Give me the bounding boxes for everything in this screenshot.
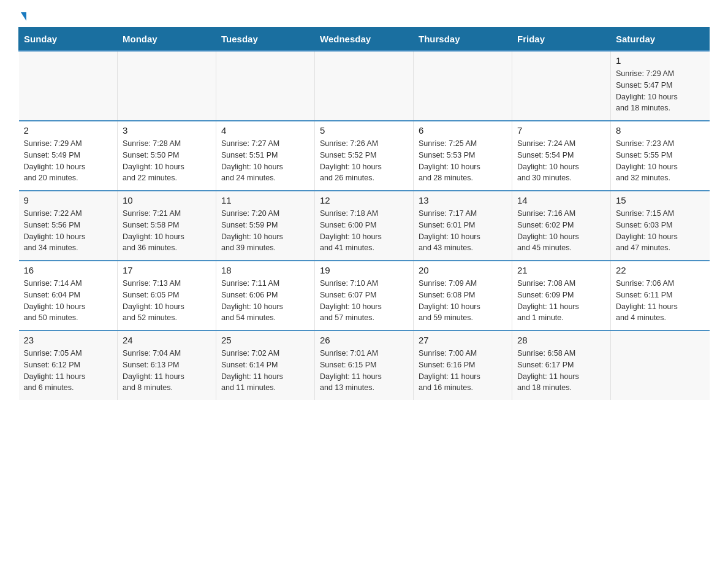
day-number: 20: [419, 265, 507, 275]
page-header: [18, 12, 710, 21]
calendar-cell: [611, 331, 710, 400]
day-info: Sunrise: 7:29 AMSunset: 5:49 PMDaylight:…: [24, 138, 113, 184]
day-info: Sunrise: 7:17 AMSunset: 6:01 PMDaylight:…: [419, 208, 507, 254]
day-number: 12: [320, 195, 408, 205]
week-row-4: 16Sunrise: 7:14 AMSunset: 6:04 PMDayligh…: [19, 261, 710, 331]
day-info: Sunrise: 7:01 AMSunset: 6:15 PMDaylight:…: [320, 348, 408, 394]
day-number: 13: [419, 195, 507, 205]
col-header-wednesday: Wednesday: [315, 28, 414, 52]
day-info: Sunrise: 7:28 AMSunset: 5:50 PMDaylight:…: [123, 138, 211, 184]
day-number: 28: [517, 335, 605, 345]
day-number: 10: [123, 195, 211, 205]
calendar-cell: 6Sunrise: 7:25 AMSunset: 5:53 PMDaylight…: [414, 121, 512, 191]
day-info: Sunrise: 7:26 AMSunset: 5:52 PMDaylight:…: [320, 138, 408, 184]
calendar-cell: 14Sunrise: 7:16 AMSunset: 6:02 PMDayligh…: [512, 191, 611, 261]
col-header-friday: Friday: [512, 28, 611, 52]
calendar-cell: 9Sunrise: 7:22 AMSunset: 5:56 PMDaylight…: [19, 191, 118, 261]
day-info: Sunrise: 7:23 AMSunset: 5:55 PMDaylight:…: [616, 138, 705, 184]
calendar-cell: 18Sunrise: 7:11 AMSunset: 6:06 PMDayligh…: [216, 261, 315, 331]
day-number: 24: [123, 335, 211, 345]
day-number: 21: [517, 265, 605, 275]
calendar-cell: 24Sunrise: 7:04 AMSunset: 6:13 PMDayligh…: [118, 331, 216, 400]
calendar-cell: 4Sunrise: 7:27 AMSunset: 5:51 PMDaylight…: [216, 121, 315, 191]
day-number: 2: [24, 125, 113, 136]
day-info: Sunrise: 7:20 AMSunset: 5:59 PMDaylight:…: [221, 208, 309, 254]
day-number: 23: [24, 335, 113, 345]
day-info: Sunrise: 7:02 AMSunset: 6:14 PMDaylight:…: [221, 348, 309, 394]
week-row-3: 9Sunrise: 7:22 AMSunset: 5:56 PMDaylight…: [19, 191, 710, 261]
day-number: 4: [221, 125, 309, 136]
col-header-tuesday: Tuesday: [216, 28, 315, 52]
day-info: Sunrise: 7:09 AMSunset: 6:08 PMDaylight:…: [419, 278, 507, 324]
col-header-thursday: Thursday: [414, 28, 512, 52]
day-number: 6: [419, 125, 507, 136]
day-info: Sunrise: 7:29 AMSunset: 5:47 PMDaylight:…: [616, 68, 705, 114]
day-number: 3: [123, 125, 211, 136]
day-info: Sunrise: 7:27 AMSunset: 5:51 PMDaylight:…: [221, 138, 309, 184]
calendar-cell: 13Sunrise: 7:17 AMSunset: 6:01 PMDayligh…: [414, 191, 512, 261]
logo: [18, 12, 26, 21]
day-info: Sunrise: 7:04 AMSunset: 6:13 PMDaylight:…: [123, 348, 211, 394]
day-info: Sunrise: 7:13 AMSunset: 6:05 PMDaylight:…: [123, 278, 211, 324]
day-info: Sunrise: 7:14 AMSunset: 6:04 PMDaylight:…: [24, 278, 113, 324]
day-info: Sunrise: 7:18 AMSunset: 6:00 PMDaylight:…: [320, 208, 408, 254]
calendar-cell: [315, 51, 414, 121]
calendar-cell: 28Sunrise: 6:58 AMSunset: 6:17 PMDayligh…: [512, 331, 611, 400]
calendar-cell: 16Sunrise: 7:14 AMSunset: 6:04 PMDayligh…: [19, 261, 118, 331]
calendar-cell: 2Sunrise: 7:29 AMSunset: 5:49 PMDaylight…: [19, 121, 118, 191]
day-number: 26: [320, 335, 408, 345]
day-number: 14: [517, 195, 605, 205]
week-row-5: 23Sunrise: 7:05 AMSunset: 6:12 PMDayligh…: [19, 331, 710, 400]
calendar-table: SundayMondayTuesdayWednesdayThursdayFrid…: [18, 27, 710, 400]
calendar-cell: 20Sunrise: 7:09 AMSunset: 6:08 PMDayligh…: [414, 261, 512, 331]
day-info: Sunrise: 7:06 AMSunset: 6:11 PMDaylight:…: [616, 278, 705, 324]
day-info: Sunrise: 7:10 AMSunset: 6:07 PMDaylight:…: [320, 278, 408, 324]
day-info: Sunrise: 7:05 AMSunset: 6:12 PMDaylight:…: [24, 348, 113, 394]
day-number: 9: [24, 195, 113, 205]
calendar-header-row: SundayMondayTuesdayWednesdayThursdayFrid…: [19, 28, 710, 52]
calendar-cell: 15Sunrise: 7:15 AMSunset: 6:03 PMDayligh…: [611, 191, 710, 261]
calendar-cell: 25Sunrise: 7:02 AMSunset: 6:14 PMDayligh…: [216, 331, 315, 400]
day-number: 25: [221, 335, 309, 345]
calendar-cell: [414, 51, 512, 121]
calendar-cell: 5Sunrise: 7:26 AMSunset: 5:52 PMDaylight…: [315, 121, 414, 191]
calendar-cell: [19, 51, 118, 121]
calendar-cell: 11Sunrise: 7:20 AMSunset: 5:59 PMDayligh…: [216, 191, 315, 261]
calendar-cell: 26Sunrise: 7:01 AMSunset: 6:15 PMDayligh…: [315, 331, 414, 400]
logo-arrow-icon: [21, 12, 26, 21]
calendar-cell: 21Sunrise: 7:08 AMSunset: 6:09 PMDayligh…: [512, 261, 611, 331]
week-row-1: 1Sunrise: 7:29 AMSunset: 5:47 PMDaylight…: [19, 51, 710, 121]
day-number: 8: [616, 125, 705, 136]
day-number: 5: [320, 125, 408, 136]
day-info: Sunrise: 7:24 AMSunset: 5:54 PMDaylight:…: [517, 138, 605, 184]
day-info: Sunrise: 7:16 AMSunset: 6:02 PMDaylight:…: [517, 208, 605, 254]
calendar-cell: 22Sunrise: 7:06 AMSunset: 6:11 PMDayligh…: [611, 261, 710, 331]
calendar-cell: 3Sunrise: 7:28 AMSunset: 5:50 PMDaylight…: [118, 121, 216, 191]
calendar-cell: 19Sunrise: 7:10 AMSunset: 6:07 PMDayligh…: [315, 261, 414, 331]
day-number: 27: [419, 335, 507, 345]
calendar-cell: 10Sunrise: 7:21 AMSunset: 5:58 PMDayligh…: [118, 191, 216, 261]
col-header-monday: Monday: [118, 28, 216, 52]
calendar-cell: 8Sunrise: 7:23 AMSunset: 5:55 PMDaylight…: [611, 121, 710, 191]
day-number: 17: [123, 265, 211, 275]
day-info: Sunrise: 6:58 AMSunset: 6:17 PMDaylight:…: [517, 348, 605, 394]
day-number: 7: [517, 125, 605, 136]
day-info: Sunrise: 7:11 AMSunset: 6:06 PMDaylight:…: [221, 278, 309, 324]
col-header-sunday: Sunday: [19, 28, 118, 52]
calendar-cell: 12Sunrise: 7:18 AMSunset: 6:00 PMDayligh…: [315, 191, 414, 261]
week-row-2: 2Sunrise: 7:29 AMSunset: 5:49 PMDaylight…: [19, 121, 710, 191]
day-number: 18: [221, 265, 309, 275]
day-number: 16: [24, 265, 113, 275]
day-info: Sunrise: 7:00 AMSunset: 6:16 PMDaylight:…: [419, 348, 507, 394]
calendar-cell: [512, 51, 611, 121]
calendar-cell: 1Sunrise: 7:29 AMSunset: 5:47 PMDaylight…: [611, 51, 710, 121]
day-info: Sunrise: 7:08 AMSunset: 6:09 PMDaylight:…: [517, 278, 605, 324]
calendar-cell: 27Sunrise: 7:00 AMSunset: 6:16 PMDayligh…: [414, 331, 512, 400]
day-info: Sunrise: 7:21 AMSunset: 5:58 PMDaylight:…: [123, 208, 211, 254]
calendar-cell: 7Sunrise: 7:24 AMSunset: 5:54 PMDaylight…: [512, 121, 611, 191]
calendar-cell: 23Sunrise: 7:05 AMSunset: 6:12 PMDayligh…: [19, 331, 118, 400]
day-number: 15: [616, 195, 705, 205]
day-number: 11: [221, 195, 309, 205]
col-header-saturday: Saturday: [611, 28, 710, 52]
day-number: 1: [616, 55, 705, 66]
